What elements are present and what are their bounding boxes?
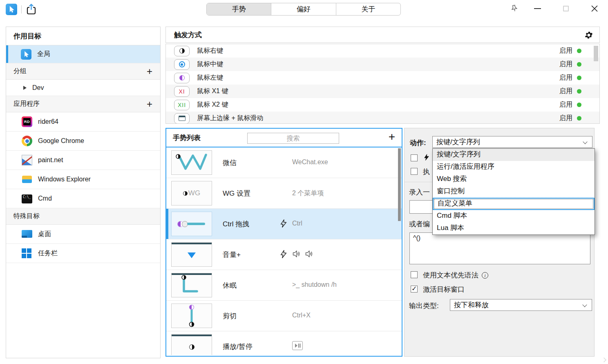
maximize-button[interactable] (560, 2, 572, 15)
sidebar-item-explorer[interactable]: Windows Explorer (6, 170, 160, 189)
global-icon (21, 49, 31, 60)
sidebar-item-label: Dev (32, 84, 44, 92)
sidebar-item-label: 全局 (37, 50, 50, 58)
tab-gestures[interactable]: 手势 (207, 3, 271, 15)
dropdown-item-web-search[interactable]: Web 搜索 (433, 173, 595, 185)
expand-caret-icon[interactable] (23, 86, 27, 90)
add-gesture-button[interactable]: + (389, 130, 395, 143)
dropdown-item-custom-menu[interactable]: 自定义菜单 (433, 198, 595, 210)
trigger-label: 鼠标 X1 键 (197, 87, 228, 96)
volume-gesture-icon (171, 242, 212, 267)
cut-gesture-icon (171, 304, 212, 328)
sidebar-item-cmd[interactable]: Cmd (6, 189, 160, 208)
selection-accent (166, 209, 168, 239)
dropdown-item-window-control[interactable]: 窗口控制 (433, 185, 595, 198)
trigger-row-x1-button[interactable]: XI 鼠标 X1 键 启用 (166, 85, 599, 98)
pin-icon[interactable] (508, 2, 521, 15)
gesture-scrollbar[interactable] (398, 148, 401, 354)
scrollbar-thumb[interactable] (398, 148, 401, 221)
gesture-row-wechat[interactable]: 微信 WeChat.exe (166, 147, 402, 178)
tab-about[interactable]: 关于 (336, 3, 400, 15)
gesture-name: 休眠 (223, 281, 237, 290)
sidebar-item-global[interactable]: 全局 (6, 45, 160, 63)
sidebar-item-dev[interactable]: Dev (6, 80, 160, 96)
enabled-dot (577, 76, 581, 80)
gesture-row-ctrl-drag[interactable]: Ctrl 拖拽 Ctrl (166, 209, 402, 239)
output-type-select[interactable]: 按下和释放 (450, 299, 592, 311)
sequence-text-area[interactable]: ^() (409, 232, 590, 264)
dropdown-item-key-sequence[interactable]: 按键/文字序列 (433, 149, 595, 161)
sidebar-item-chrome[interactable]: Google Chrome (6, 132, 160, 151)
action-type-select[interactable]: 按键/文字序列 (432, 136, 592, 148)
resize-grip[interactable] (601, 357, 606, 362)
dropdown-item-lua-script[interactable]: Lua 脚本 (433, 222, 595, 234)
main-tabbar: 手势 偏好 关于 (206, 3, 401, 16)
trigger-row-right-button[interactable]: 鼠标右键 启用 (166, 44, 599, 58)
gesture-extra: 2 个菜单项 (292, 189, 324, 198)
ctrl-drag-gesture-icon (171, 212, 212, 236)
trigger-status: 启用 (559, 60, 572, 69)
speaker-icons (292, 250, 313, 258)
gear-icon[interactable] (584, 30, 594, 40)
trigger-scrollbar[interactable] (594, 46, 598, 123)
edit-text-label: 或者编 (409, 219, 430, 229)
trigger-row-middle-button[interactable]: 鼠标中键 启用 (166, 58, 599, 71)
gesture-name: 播放/暂停 (223, 342, 253, 351)
minimize-button[interactable] (531, 2, 543, 15)
gesture-row-sleep[interactable]: 休眠 >_ shutdown /h (166, 270, 402, 301)
gesture-row-volume-up[interactable]: 音量+ (166, 239, 402, 270)
output-type-value: 按下和释放 (454, 301, 489, 309)
trigger-label: 鼠标右键 (197, 47, 223, 55)
flash-option-checkbox[interactable] (411, 154, 418, 161)
sidebar-item-label: Cmd (38, 195, 52, 202)
gesture-name: 剪切 (223, 311, 237, 321)
sidebar-item-desktop[interactable]: 桌面 (6, 225, 160, 244)
gesture-list: 微信 WeChat.exe WG WG 设置 2 个菜单项 (166, 147, 402, 355)
add-app-button[interactable]: + (145, 98, 154, 110)
output-type-label: 输出类型: (409, 301, 439, 310)
enabled-dot (577, 103, 581, 107)
desktop-icon (22, 229, 32, 239)
sidebar-item-rider64[interactable]: rider64 (6, 112, 160, 132)
text-first-checkbox[interactable] (411, 271, 418, 278)
sleep-gesture-icon (171, 273, 212, 297)
sidebar-item-paintnet[interactable]: paint.net (6, 151, 160, 170)
execute-option-label: 执 (423, 167, 430, 176)
gesture-extra: Ctrl+X (292, 312, 311, 319)
trigger-row-left-button[interactable]: 鼠标左键 启用 (166, 71, 599, 85)
scrollbar-thumb[interactable] (594, 46, 598, 61)
trigger-label: 鼠标中键 (197, 60, 223, 69)
sidebar-item-taskbar[interactable]: 任务栏 (6, 244, 160, 263)
info-icon[interactable]: i (482, 272, 488, 279)
trigger-status: 启用 (559, 114, 572, 123)
gesture-row-wg-settings[interactable]: WG WG 设置 2 个菜单项 (166, 178, 402, 209)
dropdown-item-run-app[interactable]: 运行/激活应用程序 (433, 161, 595, 173)
trigger-list: 鼠标右键 启用 鼠标中键 启用 鼠标左键 启用 XI 鼠标 X1 键 启用 XI… (165, 44, 600, 124)
add-group-button[interactable]: + (145, 66, 154, 77)
trigger-row-screen-edge[interactable]: 屏幕上边缘 + 鼠标滑动 启用 (166, 112, 599, 124)
enabled-dot (577, 62, 581, 67)
sidebar-section-groups: 分组 + (6, 63, 160, 80)
trigger-row-x2-button[interactable]: XII 鼠标 X2 键 启用 (166, 98, 599, 112)
app-logo-icon (6, 4, 17, 15)
search-input[interactable] (247, 133, 339, 144)
section-label: 特殊目标 (6, 212, 40, 221)
wg-gesture-icon: WG (171, 181, 212, 205)
sidebar-item-label: 任务栏 (38, 249, 58, 258)
gesture-row-play-pause[interactable]: 播放/暂停 (166, 331, 402, 355)
gesture-name: Ctrl 拖拽 (223, 219, 249, 229)
enabled-dot (577, 89, 581, 94)
trigger-label: 屏幕上边缘 + 鼠标滑动 (197, 114, 263, 123)
tab-preferences[interactable]: 偏好 (271, 3, 335, 15)
minimize-icon (534, 8, 541, 9)
close-button[interactable] (588, 2, 601, 15)
gesture-row-cut[interactable]: 剪切 Ctrl+X (166, 301, 402, 331)
execute-option-checkbox[interactable] (411, 168, 418, 175)
gesture-panel: 手势列表 + 微信 WeChat.exe (165, 128, 402, 357)
share-button[interactable] (25, 3, 38, 16)
dropdown-item-cmd-script[interactable]: Cmd 脚本 (433, 210, 595, 222)
trigger-status: 启用 (559, 100, 572, 109)
text-first-label: 使用文本优先语法i (423, 270, 488, 280)
activate-window-checkbox[interactable] (411, 286, 418, 293)
trigger-panel-title: 触发方式 (174, 30, 202, 40)
